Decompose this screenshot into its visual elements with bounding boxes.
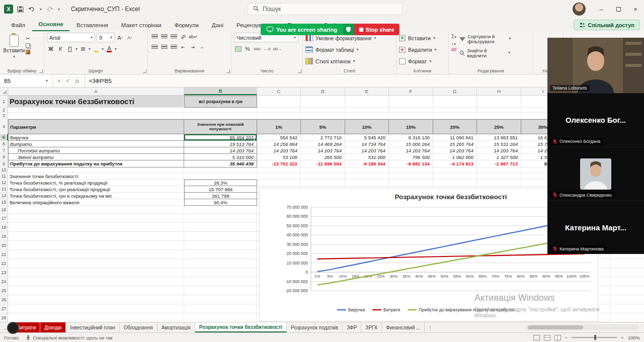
cell-D2[interactable] [301,108,345,112]
restore-button[interactable] [610,0,627,18]
cell-B18[interactable] [184,223,257,231]
zoom-slider[interactable] [572,337,617,338]
cell-A6[interactable]: Витрати [8,141,184,147]
close-button[interactable]: × [627,0,644,18]
row-header-23[interactable]: 23 [0,268,8,277]
cell-C8[interactable]: 53 100 [257,154,301,160]
stop-share-button[interactable]: Stop share [354,24,399,35]
clipboard-dialog-launcher[interactable] [39,69,43,73]
normal-view-icon[interactable] [533,335,540,340]
copy-icon[interactable] [26,43,30,48]
cell-G5[interactable]: 11 090 841 [433,134,477,140]
zoom-out-icon[interactable]: − [565,335,568,340]
row-header-4[interactable]: 4 [0,119,8,134]
cell-B8[interactable]: 5 310 000 [184,154,257,160]
cell-F9[interactable]: -6 682 134 [389,160,433,167]
cell-E6[interactable]: 14 734 764 [345,141,389,147]
cell-C4[interactable]: 1% [257,119,301,134]
cell-A19[interactable] [8,232,184,240]
participant-tile-0[interactable]: Олексенко Бог...Олексенко Богдана [547,93,644,147]
cell-E3[interactable] [345,113,389,119]
cell-A7[interactable]: Постійні витрати [8,147,184,154]
borders-dropdown-icon[interactable]: ▾ [89,47,91,51]
zoom-level[interactable]: 100% [628,335,640,340]
cell-B15[interactable]: 90,4% [184,199,257,206]
cell-G12[interactable] [433,180,477,186]
row-header-18[interactable]: 18 [0,223,8,231]
cell-B27[interactable] [184,304,257,313]
cell-G1[interactable] [433,96,477,107]
align-center-icon[interactable] [160,43,168,51]
font-color-dropdown-icon[interactable]: ▾ [115,47,117,51]
row-header-3[interactable]: 3 [0,113,8,119]
cell-A5[interactable]: Виручка [8,134,184,141]
decrease-indent-icon[interactable]: ⇤ [179,43,187,51]
find-select-button[interactable]: Знайти й виділити▾ [459,47,511,59]
cell-F2[interactable] [389,108,433,112]
floating-overlay-dot[interactable] [7,322,19,334]
zoom-slider-thumb[interactable] [594,335,596,340]
percent-style-icon[interactable]: % [244,45,252,53]
row-header-9[interactable]: 9 [0,160,8,167]
delete-cells-button[interactable]: × Видалити▾ [399,44,446,55]
cell-F4[interactable]: 15% [389,119,433,134]
cell-E2[interactable] [345,108,389,112]
cell-C11[interactable] [257,173,301,179]
cell-A17[interactable] [8,214,184,222]
row-header-28[interactable]: 28 [0,313,8,322]
cell-F10[interactable] [389,167,433,173]
cell-H5[interactable]: 13 863 551 [477,134,521,140]
font-name-select[interactable]: Arial▾ [47,33,95,42]
sheet-tab-ЗФР[interactable]: ЗФР [343,322,361,332]
page-break-view-icon[interactable] [554,335,561,340]
cell-F11[interactable] [389,173,433,179]
cell-B23[interactable] [184,268,257,277]
cell-A28[interactable] [8,313,184,322]
participant-tile-2[interactable]: Катерина Март...Катерина Мартинова [547,200,644,254]
row-header-7[interactable]: 7 [0,147,8,153]
cell-B21[interactable] [184,250,257,259]
accessibility-status[interactable]: Спеціальні можливості: щось не так [26,335,112,340]
ribbon-tab-Вставлення[interactable]: Вставлення [70,20,114,31]
bold-button[interactable]: Ж [47,45,55,53]
cell-H9[interactable]: -1 667 713 [477,160,521,167]
grow-font-icon[interactable]: А˄ [116,34,124,42]
insert-function-icon[interactable]: fx [75,78,79,84]
cell-B13[interactable]: 15 707 866 [184,186,257,193]
cancel-entry-icon[interactable]: × [57,78,60,84]
fill-color-icon[interactable] [92,45,100,53]
cell-F5[interactable]: 8 318 130 [389,134,433,140]
row-header-25[interactable]: 25 [0,286,8,295]
cell-A4[interactable]: Параметри [8,119,184,134]
cell-D9[interactable]: -11 696 554 [301,160,345,167]
insert-cells-button[interactable]: + Вставити▾ [399,33,446,43]
cell-B2[interactable] [184,108,257,112]
main-video-tile[interactable]: Tetiana Lobunets [547,38,644,93]
undo-icon[interactable] [28,6,35,12]
comma-style-icon[interactable]: 000 [253,45,261,53]
shrink-font-icon[interactable]: А˅ [126,34,134,42]
cut-icon[interactable]: ✂ [26,36,30,41]
number-dialog-launcher[interactable] [298,69,301,73]
align-left-icon[interactable] [150,43,158,51]
fill-color-dropdown-icon[interactable]: ▾ [102,47,104,51]
ribbon-tab-Основне[interactable]: Основне [32,19,69,31]
column-header-G[interactable]: G [433,88,477,95]
cell-H3[interactable] [477,113,521,119]
cell-F7[interactable]: 14 203 764 [389,147,433,153]
cell-B6[interactable]: 19 513 764 [184,141,257,147]
cell-H1[interactable] [477,96,521,107]
minimize-button[interactable]: – [593,0,610,18]
align-right-icon[interactable] [170,43,178,51]
cell-A13[interactable]: Точка беззбитковості, грн реалізації про… [8,186,184,192]
row-header-26[interactable]: 26 [0,295,8,304]
orientation-icon[interactable]: ab [178,31,189,43]
row-header-15[interactable]: 15 [0,199,8,205]
cell-E12[interactable] [345,180,389,186]
font-size-select[interactable]: 9▾ [97,33,115,42]
font-dialog-launcher[interactable] [143,69,146,73]
redo-icon[interactable] [46,6,53,12]
cell-C5[interactable]: 554 542 [257,134,301,140]
sheet-tab-Обладнання[interactable]: Обладнання [120,322,157,332]
cell-B19[interactable] [184,232,257,240]
